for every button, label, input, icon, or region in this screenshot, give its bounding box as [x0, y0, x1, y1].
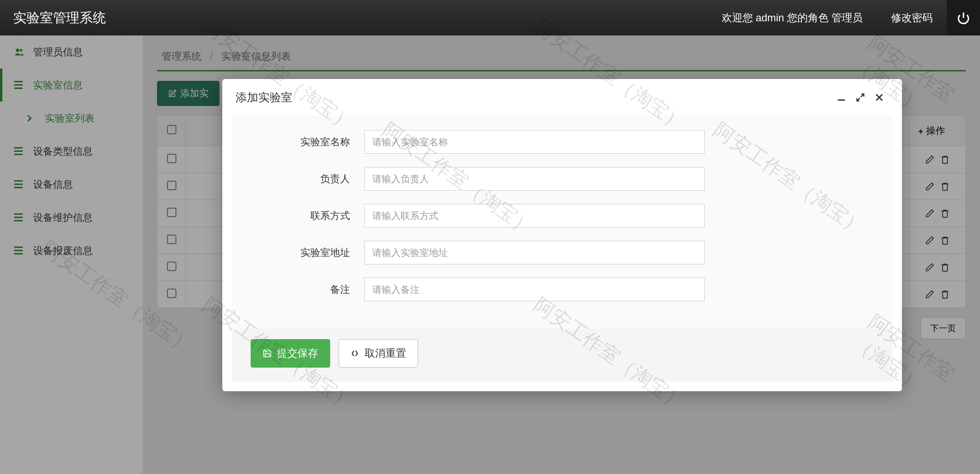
app-header: 实验室管理系统 欢迎您 admin 您的角色 管理员 修改密码	[0, 0, 980, 35]
logout-button[interactable]	[947, 0, 980, 35]
maximize-icon	[855, 92, 866, 103]
form-input-0[interactable]	[364, 130, 705, 154]
modal-title: 添加实验室	[236, 90, 832, 105]
modal-body: 实验室名称负责人联系方式实验室地址备注	[232, 116, 892, 329]
close-button[interactable]	[870, 92, 889, 103]
form-input-1[interactable]	[364, 167, 705, 191]
form-input-2[interactable]	[364, 204, 705, 228]
maximize-button[interactable]	[851, 92, 870, 103]
power-icon	[957, 11, 970, 25]
save-icon	[262, 349, 272, 358]
form-label: 实验室名称	[251, 135, 364, 149]
form-row: 实验室名称	[251, 130, 874, 154]
form-row: 联系方式	[251, 204, 874, 228]
welcome-text: 欢迎您 admin 您的角色 管理员	[708, 11, 877, 25]
recycle-icon	[350, 349, 360, 358]
form-label: 负责人	[251, 172, 364, 185]
form-input-3[interactable]	[364, 241, 705, 264]
cancel-label: 取消重置	[365, 346, 406, 360]
form-row: 备注	[251, 278, 874, 301]
close-icon	[874, 92, 884, 103]
add-lab-modal: 添加实验室 实验室名称负责人联系方式实验室地址备注 提交保存 取消重置	[222, 79, 902, 391]
app-title: 实验室管理系统	[13, 9, 708, 27]
form-input-4[interactable]	[364, 278, 705, 301]
submit-label: 提交保存	[277, 346, 318, 360]
cancel-button[interactable]: 取消重置	[339, 339, 418, 368]
modal-header: 添加实验室	[222, 79, 902, 116]
form-row: 实验室地址	[251, 241, 874, 264]
form-label: 备注	[251, 283, 364, 296]
minimize-icon	[836, 92, 847, 103]
minimize-button[interactable]	[832, 92, 851, 103]
change-password-link[interactable]: 修改密码	[877, 11, 947, 25]
form-label: 联系方式	[251, 209, 364, 222]
submit-button[interactable]: 提交保存	[251, 339, 330, 368]
modal-footer: 提交保存 取消重置	[232, 329, 892, 382]
form-row: 负责人	[251, 167, 874, 191]
form-label: 实验室地址	[251, 246, 364, 259]
